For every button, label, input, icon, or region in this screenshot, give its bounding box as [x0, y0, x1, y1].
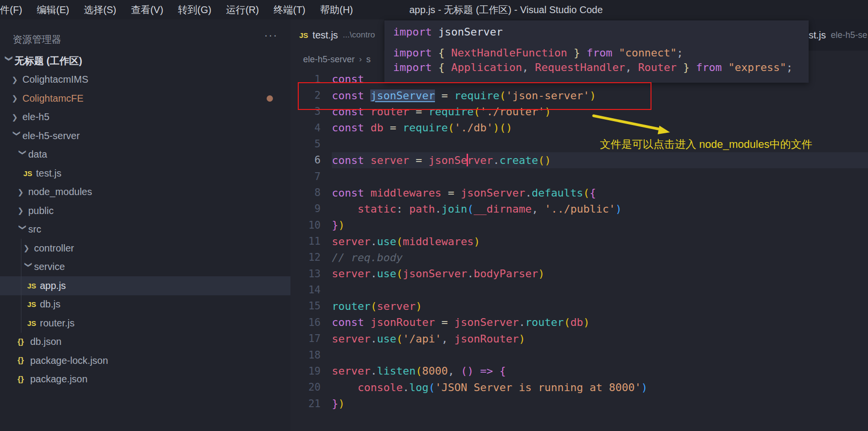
tree-item-controller[interactable]: ❯controller [0, 239, 290, 258]
tree-item-data[interactable]: ❯data [0, 145, 290, 164]
line-number: 10 [290, 219, 321, 231]
popup-line: import { NextHandleFunction } from "conn… [393, 45, 809, 60]
line-number: 8 [290, 187, 321, 198]
tree-item-package.json[interactable]: {}package.json [0, 370, 290, 389]
line-number: 9 [290, 203, 321, 215]
explorer-sidebar: 资源管理器 ··· ❯无标题 (工作区)❯ColightacmIMS❯Colig… [0, 19, 290, 431]
tree-item-public[interactable]: ❯public [0, 201, 290, 220]
chevron-right-icon[interactable]: ❯ [18, 188, 28, 197]
more-actions-icon[interactable]: ··· [264, 29, 278, 42]
js-file-icon: JS [299, 31, 308, 39]
menu-item[interactable]: 终端(T) [273, 3, 306, 17]
hover-popup: import jsonServerimport { NextHandleFunc… [384, 20, 809, 83]
line-number: 5 [290, 138, 321, 150]
tree-item-app.js[interactable]: JSapp.js [0, 276, 290, 295]
menu-item[interactable]: 运行(R) [226, 3, 259, 17]
tab-test-js[interactable]: JS test.js ...\contro [290, 19, 384, 51]
chevron-right-icon[interactable]: ❯ [12, 75, 22, 84]
chevron-down-icon[interactable]: ❯ [13, 130, 21, 141]
menu-item[interactable]: 选择(S) [84, 3, 116, 17]
code-line-21[interactable]: 21}) [290, 395, 868, 412]
tree-item-ele-h5[interactable]: ❯ele-h5 [0, 108, 290, 127]
tree-item-src[interactable]: ❯src [0, 220, 290, 239]
menu-item[interactable]: 转到(G) [178, 3, 212, 17]
code-line-7[interactable]: 7 [290, 168, 868, 184]
js-file-icon: JS [27, 282, 40, 290]
indent-guide [21, 314, 21, 333]
line-number: 16 [290, 317, 321, 328]
breadcrumb-item[interactable]: ele-h5-server [303, 54, 355, 65]
code-line-11[interactable]: 11server.use(middlewares) [290, 233, 868, 249]
menu-item[interactable]: 查看(V) [131, 3, 163, 17]
tree-item-ColightamcFE[interactable]: ❯ColightamcFE [0, 89, 290, 108]
tree-item-service[interactable]: ❯service [0, 258, 290, 277]
code-line-17[interactable]: 17server.use('/api', jsonRouter) [290, 331, 868, 347]
menu-item[interactable]: 帮助(H) [320, 3, 353, 17]
code-view[interactable]: 1const2const jsonServer = require('json-… [290, 68, 868, 412]
chevron-down-icon[interactable]: ❯ [18, 149, 27, 160]
tree-item-label: src [28, 224, 41, 235]
code-line-14[interactable]: 14 [290, 282, 868, 298]
annotation-red-box [298, 82, 651, 110]
tree-item-node_modules[interactable]: ❯node_modules [0, 183, 290, 202]
annotation-arrow-icon [586, 112, 679, 139]
tree-item-db.json[interactable]: {}db.json [0, 333, 290, 352]
code-line-10[interactable]: 10}) [290, 217, 868, 233]
line-number: 18 [290, 349, 321, 361]
tree-item-test.js[interactable]: JStest.js [0, 164, 290, 183]
tree-item-router.js[interactable]: JSrouter.js [0, 314, 290, 333]
tree-item-label: node_modules [28, 186, 92, 198]
tree-item-label: app.js [40, 280, 66, 291]
tab-label: test.js [312, 30, 338, 41]
code-line-16[interactable]: 16const jsonRouter = jsonServer.router(d… [290, 314, 868, 330]
code-line-8[interactable]: 8const middlewares = jsonServer.defaults… [290, 184, 868, 200]
chevron-down-icon[interactable]: ❯ [24, 262, 33, 272]
chevron-down-icon[interactable]: ❯ [18, 224, 27, 235]
tree-item-无标题 (工作区)[interactable]: ❯无标题 (工作区) [0, 52, 290, 71]
code-line-20[interactable]: 20 console.log('JSON Server is running a… [290, 379, 868, 395]
chevron-right-icon[interactable]: ❯ [12, 113, 22, 122]
line-number: 11 [290, 235, 321, 247]
tab-fragment-right[interactable]: st.js ele-h5-se [809, 19, 868, 51]
tree-item-label: ele-h5 [22, 111, 50, 123]
tab-description: ...\contro [343, 30, 375, 40]
tree-item-label: data [28, 149, 47, 160]
indent-guide [21, 239, 21, 258]
tree-item-ele-h5-server[interactable]: ❯ele-h5-server [0, 126, 290, 145]
menu-item[interactable]: 编辑(E) [37, 3, 70, 17]
window-title: app.js - 无标题 (工作区) - Visual Studio Code [409, 3, 603, 17]
chevron-right-icon[interactable]: ❯ [12, 94, 22, 103]
code-line-12[interactable]: 12// req.body [290, 250, 868, 266]
chevron-right-icon[interactable]: ❯ [18, 206, 28, 215]
tree-item-label: service [34, 261, 65, 272]
line-number: 15 [290, 300, 321, 312]
code-line-13[interactable]: 13server.use(jsonServer.bodyParser) [290, 266, 868, 282]
code-line-19[interactable]: 19server.listen(8000, () => { [290, 363, 868, 379]
explorer-title: 资源管理器 [13, 33, 61, 46]
tree-item-db.js[interactable]: JSdb.js [0, 295, 290, 314]
tree-item-ColightacmIMS[interactable]: ❯ColightacmIMS [0, 71, 290, 90]
tree-item-label: public [28, 205, 54, 216]
json-file-icon: {} [18, 337, 30, 347]
code-line-4[interactable]: 4const db = require('./db')() [290, 120, 868, 136]
indent-guide [21, 295, 21, 314]
js-file-icon: JS [27, 300, 40, 308]
menu-item[interactable]: 文件(F) [0, 3, 22, 17]
code-line-6[interactable]: 6const server = jsonServer.create() [290, 152, 868, 168]
tree-item-label: db.json [30, 336, 62, 347]
chevron-right-icon: › [359, 54, 362, 64]
chevron-down-icon[interactable]: ❯ [5, 55, 14, 66]
chevron-right-icon[interactable]: ❯ [23, 244, 34, 252]
code-line-15[interactable]: 15router(server) [290, 298, 868, 314]
annotation-note: 文件是可以点击进入 node_modules中的文件 [600, 137, 812, 152]
line-number: 12 [290, 251, 321, 263]
code-line-9[interactable]: 9 static: path.join(__dirname, '../publi… [290, 201, 868, 217]
js-file-icon: JS [27, 319, 40, 327]
popup-line: import { Application, RequestHandler, Ro… [393, 60, 809, 74]
line-number: 19 [290, 365, 321, 377]
breadcrumb-item[interactable]: s [366, 54, 371, 65]
code-line-18[interactable]: 18 [290, 347, 868, 363]
modified-badge [267, 95, 273, 102]
tree-item-label: test.js [36, 168, 61, 179]
tree-item-package-lock.json[interactable]: {}package-lock.json [0, 351, 290, 370]
